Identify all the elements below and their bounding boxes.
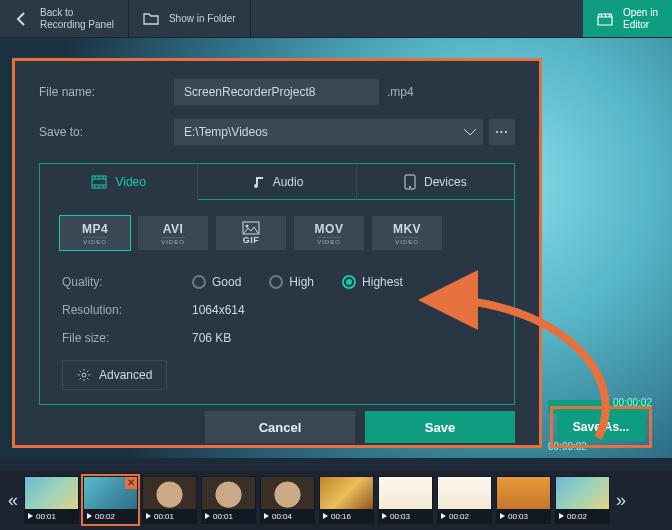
open-in-editor-button[interactable]: Open in Editor (583, 0, 672, 37)
svg-rect-3 (243, 222, 259, 234)
tab-audio[interactable]: Audio (198, 164, 356, 200)
show-in-folder-button[interactable]: Show in Folder (129, 0, 251, 37)
filesize-row: File size: 706 KB (62, 324, 492, 352)
format-gif[interactable]: GIF (216, 216, 286, 250)
format-tabs-box: Video Audio Devices MP4VIDEO AVIVIDEO GI… (39, 163, 515, 405)
device-icon (404, 174, 416, 190)
clip-thumb-10[interactable]: 00:02 (555, 476, 610, 524)
close-icon[interactable]: ✕ (125, 477, 137, 489)
save-as-highlight: Save As... (550, 406, 652, 448)
clip-thumb-1[interactable]: 00:01 (24, 476, 79, 524)
quality-radio-good[interactable]: Good (192, 275, 241, 289)
file-name-label: File name: (39, 85, 174, 99)
back-label: Back to Recording Panel (40, 7, 114, 31)
filmstrip-prev[interactable]: « (6, 474, 20, 526)
filmstrip-icon (91, 175, 107, 189)
filesize-label: File size: (62, 331, 192, 345)
file-name-row: File name: .mp4 (39, 79, 515, 105)
save-button[interactable]: Save (365, 411, 515, 443)
resolution-row: Resolution: 1064x614 (62, 296, 492, 324)
save-as-button[interactable]: Save As... (557, 413, 645, 441)
save-to-select[interactable]: E:\Temp\Videos (174, 119, 483, 145)
image-icon (242, 221, 260, 235)
filesize-value: 706 KB (192, 331, 231, 345)
quality-row: Quality: Good High Highest (62, 268, 492, 296)
quality-radio-high[interactable]: High (269, 275, 314, 289)
format-avi[interactable]: AVIVIDEO (138, 216, 208, 250)
resolution-label: Resolution: (62, 303, 192, 317)
svg-point-2 (409, 186, 411, 188)
format-mkv[interactable]: MKVVIDEO (372, 216, 442, 250)
arrow-left-icon (14, 11, 30, 27)
tab-audio-label: Audio (273, 175, 304, 189)
filmstrip: « 00:01 ✕00:02 00:01 00:01 00:04 00:16 0… (0, 470, 672, 530)
clip-thumb-2[interactable]: ✕00:02 (83, 476, 138, 524)
advanced-button[interactable]: Advanced (62, 360, 167, 390)
quality-radio-highest[interactable]: Highest (342, 275, 403, 289)
clip-thumb-7[interactable]: 00:03 (378, 476, 433, 524)
back-to-recording-panel-button[interactable]: Back to Recording Panel (0, 0, 129, 37)
tab-head: Video Audio Devices (40, 164, 514, 200)
tab-video[interactable]: Video (40, 164, 198, 200)
clip-thumb-4[interactable]: 00:01 (201, 476, 256, 524)
topbar: Back to Recording Panel Show in Folder O… (0, 0, 672, 38)
quality-label: Quality: (62, 275, 192, 289)
save-to-row: Save to: E:\Temp\Videos ... (39, 119, 515, 145)
options-area: Quality: Good High Highest Resolution: 1… (40, 262, 514, 404)
music-note-icon (251, 175, 265, 189)
format-row: MP4VIDEO AVIVIDEO GIF MOVVIDEO MKVVIDEO (40, 200, 514, 262)
svg-point-5 (82, 373, 86, 377)
svg-point-4 (246, 225, 249, 228)
advanced-label: Advanced (99, 368, 152, 382)
cancel-button[interactable]: Cancel (205, 411, 355, 443)
file-extension: .mp4 (379, 85, 439, 99)
clip-thumb-5[interactable]: 00:04 (260, 476, 315, 524)
clapper-icon (597, 11, 613, 27)
clip-thumb-9[interactable]: 00:03 (496, 476, 551, 524)
tab-devices[interactable]: Devices (357, 164, 514, 200)
format-mp4[interactable]: MP4VIDEO (60, 216, 130, 250)
resolution-value: 1064x614 (192, 303, 245, 317)
file-name-input[interactable] (174, 79, 379, 105)
gear-icon (77, 368, 91, 382)
dialog-buttons: Cancel Save (39, 405, 515, 443)
show-in-folder-label: Show in Folder (169, 13, 236, 25)
clip-thumb-6[interactable]: 00:16 (319, 476, 374, 524)
save-dialog: File name: .mp4 Save to: E:\Temp\Videos … (12, 58, 542, 448)
open-in-editor-label: Open in Editor (623, 7, 658, 31)
quality-radio-group: Good High Highest (192, 275, 403, 289)
save-to-label: Save to: (39, 125, 174, 139)
folder-icon (143, 11, 159, 27)
browse-button[interactable]: ... (489, 119, 515, 145)
clip-thumb-3[interactable]: 00:01 (142, 476, 197, 524)
tab-video-label: Video (115, 175, 145, 189)
format-mov[interactable]: MOVVIDEO (294, 216, 364, 250)
filmstrip-next[interactable]: » (614, 474, 628, 526)
clip-thumb-8[interactable]: 00:02 (437, 476, 492, 524)
tab-devices-label: Devices (424, 175, 467, 189)
